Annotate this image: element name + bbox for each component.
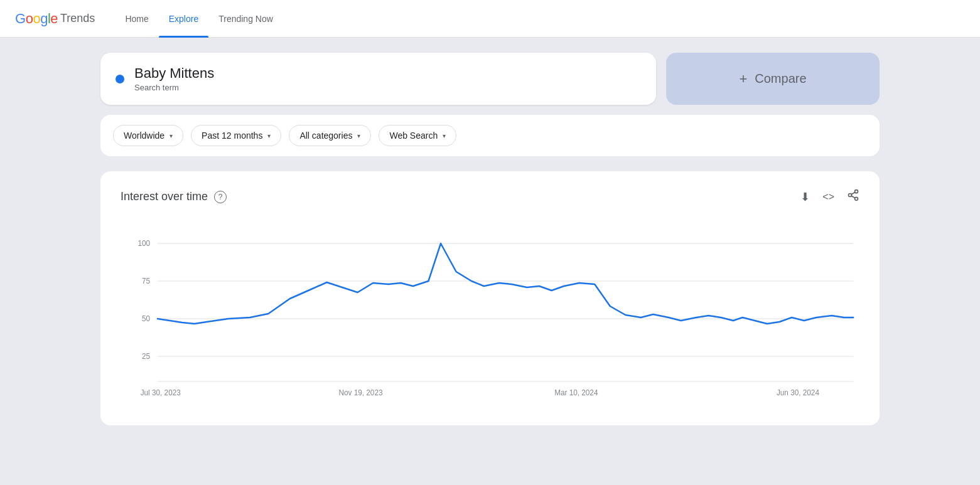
google-wordmark: Google xyxy=(15,11,58,27)
trends-wordmark: Trends xyxy=(60,12,95,25)
search-box[interactable]: Baby Mittens Search term xyxy=(100,53,656,105)
main-content: Baby Mittens Search term + Compare World… xyxy=(0,38,980,440)
share-icon[interactable] xyxy=(847,189,859,205)
filter-category-label: All categories xyxy=(299,131,352,141)
interest-chart: 100 75 50 25 Jul 30, 2023 Nov 19, 2023 M… xyxy=(121,225,859,400)
dropdown-arrow-icon: ▾ xyxy=(443,132,446,139)
compare-label: Compare xyxy=(755,72,806,86)
filter-timerange-label: Past 12 months xyxy=(202,131,262,141)
chart-section: Interest over time ? ⬇ <> xyxy=(100,171,880,425)
filters-bar: Worldwide ▾ Past 12 months ▾ All categor… xyxy=(100,115,880,156)
svg-text:Jun 30, 2024: Jun 30, 2024 xyxy=(777,388,819,397)
svg-text:Nov 19, 2023: Nov 19, 2023 xyxy=(339,388,383,397)
dropdown-arrow-icon: ▾ xyxy=(267,132,271,139)
svg-text:50: 50 xyxy=(142,314,150,323)
dropdown-arrow-icon: ▾ xyxy=(170,132,173,139)
chart-header: Interest over time ? ⬇ <> xyxy=(121,189,859,205)
chart-container: 100 75 50 25 Jul 30, 2023 Nov 19, 2023 M… xyxy=(121,225,859,400)
search-type-label: Search term xyxy=(134,83,214,92)
filter-timerange[interactable]: Past 12 months ▾ xyxy=(191,125,281,146)
filter-category[interactable]: All categories ▾ xyxy=(289,125,371,146)
svg-text:Mar 10, 2024: Mar 10, 2024 xyxy=(554,388,598,397)
compare-box[interactable]: + Compare xyxy=(666,53,880,105)
dropdown-arrow-icon: ▾ xyxy=(357,132,360,139)
help-icon[interactable]: ? xyxy=(214,191,227,203)
search-text-area: Baby Mittens Search term xyxy=(134,65,214,92)
header: Google Trends Home Explore Trending Now xyxy=(0,0,980,38)
filter-location-label: Worldwide xyxy=(124,131,164,141)
main-nav: Home Explore Trending Now xyxy=(115,0,283,38)
svg-line-4 xyxy=(851,192,855,194)
download-icon[interactable]: ⬇ xyxy=(800,190,810,204)
svg-text:Jul 30, 2023: Jul 30, 2023 xyxy=(141,388,181,397)
search-dot-indicator xyxy=(116,75,124,83)
svg-text:75: 75 xyxy=(142,277,150,285)
chart-actions: ⬇ <> xyxy=(800,189,859,205)
chart-title: Interest over time xyxy=(121,190,208,203)
search-area: Baby Mittens Search term + Compare xyxy=(100,53,880,105)
svg-text:25: 25 xyxy=(142,352,150,361)
compare-plus-icon: + xyxy=(739,71,747,87)
logo: Google Trends xyxy=(15,11,95,27)
nav-explore[interactable]: Explore xyxy=(159,0,208,38)
embed-icon[interactable]: <> xyxy=(822,191,834,203)
nav-home[interactable]: Home xyxy=(115,0,158,38)
chart-title-area: Interest over time ? xyxy=(121,190,227,203)
filter-location[interactable]: Worldwide ▾ xyxy=(113,125,183,146)
filter-searchtype[interactable]: Web Search ▾ xyxy=(379,125,456,146)
filter-searchtype-label: Web Search xyxy=(389,131,438,141)
svg-text:100: 100 xyxy=(137,239,150,248)
svg-line-3 xyxy=(851,196,855,198)
search-term: Baby Mittens xyxy=(134,65,214,82)
nav-trending[interactable]: Trending Now xyxy=(208,0,283,38)
